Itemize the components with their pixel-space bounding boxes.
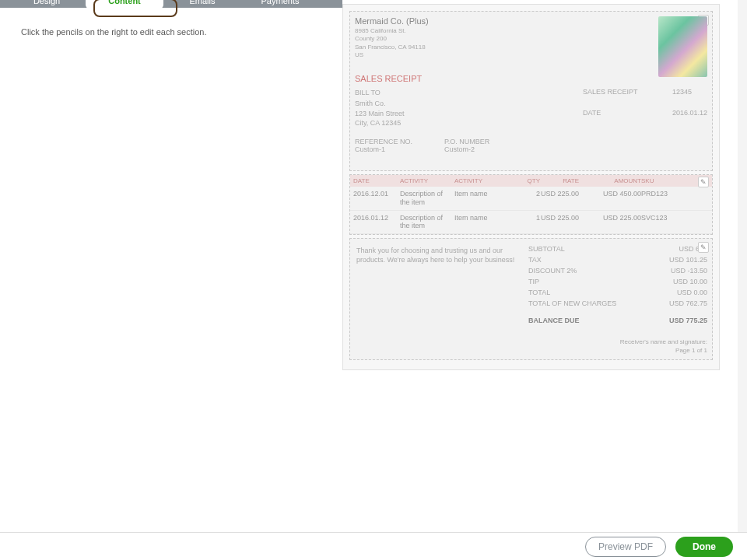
cell-sku: SVC123 xyxy=(641,214,680,222)
cell-rate: USD 225.00 xyxy=(540,214,579,222)
totals-list: SUBTOTALUSD 675 TAXUSD 101.25 DISCOUNT 2… xyxy=(528,243,707,326)
cell-rate: USD 225.00 xyxy=(540,190,579,198)
bill-to-city: City, CA 12345 xyxy=(355,118,583,128)
preview-panel: ✎ Mermaid Co. (Plus) 8985 California St.… xyxy=(342,4,720,370)
company-addr3: San Francisco, CA 94118 xyxy=(355,44,707,51)
col-activity2: ACTIVITY xyxy=(454,177,509,184)
total-val: USD 0.00 xyxy=(677,289,707,296)
bill-to-block: BILL TO Smith Co. 123 Main Street City, … xyxy=(355,88,583,128)
tabs-bar: Design Content Emails Payments xyxy=(0,0,342,8)
discount-val: USD -13.50 xyxy=(671,267,707,275)
company-addr4: US xyxy=(355,51,707,59)
tab-content[interactable]: Content xyxy=(86,0,163,9)
footer-bar: Preview PDF Done xyxy=(0,532,747,560)
cell-qty: 2 xyxy=(509,190,540,198)
meta-receipt-label: SALES RECEIPT xyxy=(583,88,665,107)
cell-amount: USD 450.00 xyxy=(579,190,641,198)
balance-label: BALANCE DUE xyxy=(528,317,580,324)
col-date: DATE xyxy=(353,177,400,184)
thank-you-message: Thank you for choosing and trusting us a… xyxy=(355,243,522,326)
tax-val: USD 101.25 xyxy=(669,256,707,264)
meta-receipt-val: 12345 xyxy=(672,88,707,107)
company-logo xyxy=(658,16,707,77)
tab-design[interactable]: Design xyxy=(8,0,86,8)
new-charges-label: TOTAL OF NEW CHARGES xyxy=(528,299,616,307)
document-title: SALES RECEIPT xyxy=(355,74,707,83)
balance-val: USD 775.25 xyxy=(669,317,707,324)
meta-date-label: DATE xyxy=(583,109,665,128)
table-header-row: DATE ACTIVITY ACTIVITY QTY RATE AMOUNT S… xyxy=(350,175,712,187)
cell-amount: USD 225.00 xyxy=(579,214,641,222)
po-val: Custom-2 xyxy=(444,145,534,153)
company-addr2: County 200 xyxy=(355,35,707,43)
company-addr1: 8985 California St. xyxy=(355,27,707,35)
col-rate: RATE xyxy=(540,177,579,184)
col-amount: AMOUNT xyxy=(579,177,641,184)
discount-label: DISCOUNT 2% xyxy=(528,267,577,275)
po-label: P.O. NUMBER xyxy=(444,138,534,145)
bill-to-label: BILL TO xyxy=(355,88,583,98)
tip-label: TIP xyxy=(528,278,539,285)
preview-pdf-button[interactable]: Preview PDF xyxy=(585,537,666,557)
cell-desc: Description of the item xyxy=(400,190,454,207)
cell-date: 2016.12.01 xyxy=(353,190,400,198)
cell-qty: 1 xyxy=(509,214,540,222)
tip-val: USD 10.00 xyxy=(673,278,707,285)
tab-emails[interactable]: Emails xyxy=(163,0,241,8)
scrollbar-track[interactable] xyxy=(738,0,747,532)
po-block: P.O. NUMBER Custom-2 xyxy=(444,138,534,153)
totals-section: ✎ Thank you for choosing and trusting us… xyxy=(349,238,713,360)
company-name: Mermaid Co. (Plus) xyxy=(355,16,707,26)
done-button[interactable]: Done xyxy=(675,537,733,557)
signature-line: Receiver's name and signature: xyxy=(355,338,707,346)
cell-sku: PRD123 xyxy=(641,190,680,198)
line-items-section: ✎ DATE ACTIVITY ACTIVITY QTY RATE AMOUNT… xyxy=(349,174,713,235)
col-activity: ACTIVITY xyxy=(400,177,454,184)
table-row: 2016.12.01 Description of the item Item … xyxy=(350,187,712,211)
new-charges-val: USD 762.75 xyxy=(669,299,707,307)
header-section: ✎ Mermaid Co. (Plus) 8985 California St.… xyxy=(349,11,713,171)
cell-name: Item name xyxy=(454,190,509,198)
col-sku: SKU xyxy=(641,177,680,184)
cell-name: Item name xyxy=(454,214,509,222)
col-qty: QTY xyxy=(509,177,540,184)
edit-totals-icon[interactable]: ✎ xyxy=(698,242,709,253)
page-number: Page 1 of 1 xyxy=(355,347,707,355)
edit-table-icon[interactable]: ✎ xyxy=(698,177,709,187)
subtotal-label: SUBTOTAL xyxy=(528,245,565,253)
ref-no-val: Custom-1 xyxy=(355,145,444,153)
table-row: 2016.01.12 Description of the item Item … xyxy=(350,211,712,235)
bill-to-name: Smith Co. xyxy=(355,99,583,109)
hint-text: Click the pencils on the right to edit e… xyxy=(21,27,342,37)
ref-no-block: REFERENCE NO. Custom-1 xyxy=(355,138,444,153)
tax-label: TAX xyxy=(528,256,542,264)
doc-meta: SALES RECEIPT 12345 DATE 2016.01.12 xyxy=(583,88,707,128)
cell-date: 2016.01.12 xyxy=(353,214,400,222)
meta-date-val: 2016.01.12 xyxy=(672,109,707,128)
ref-no-label: REFERENCE NO. xyxy=(355,138,444,145)
bill-to-street: 123 Main Street xyxy=(355,109,583,119)
tab-payments[interactable]: Payments xyxy=(241,0,319,8)
total-label: TOTAL xyxy=(528,289,550,296)
cell-desc: Description of the item xyxy=(400,214,454,231)
signature-block: Receiver's name and signature: Page 1 of… xyxy=(355,338,707,355)
